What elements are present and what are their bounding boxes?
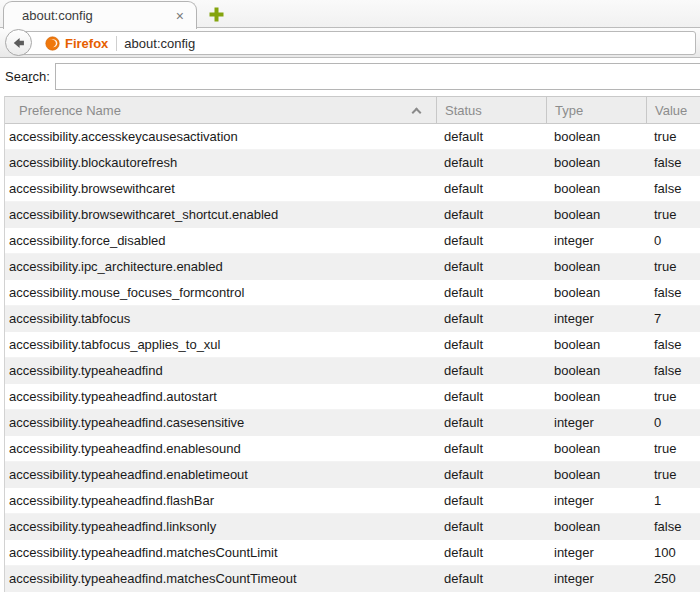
pref-status: default bbox=[436, 280, 546, 305]
pref-type: boolean bbox=[546, 436, 646, 461]
pref-name: accessibility.typeaheadfind.matchesCount… bbox=[5, 566, 436, 592]
pref-type: integer bbox=[546, 566, 646, 592]
pref-value: true bbox=[646, 254, 700, 280]
table-row[interactable]: accessibility.typeaheadfinddefaultboolea… bbox=[5, 358, 700, 384]
column-header-status[interactable]: Status bbox=[436, 97, 546, 123]
pref-value: true bbox=[646, 124, 700, 149]
pref-status: default bbox=[436, 202, 546, 228]
column-header-value[interactable]: Value bbox=[646, 97, 700, 123]
site-identity-button[interactable]: Firefox bbox=[39, 36, 114, 51]
column-header-preference-name[interactable]: Preference Name bbox=[5, 97, 436, 123]
pref-name: accessibility.tabfocus bbox=[5, 306, 436, 332]
pref-name: accessibility.tabfocus_applies_to_xul bbox=[5, 332, 436, 357]
pref-name: accessibility.typeaheadfind.linksonly bbox=[5, 514, 436, 540]
pref-name: accessibility.blockautorefresh bbox=[5, 150, 436, 176]
back-button[interactable] bbox=[5, 29, 32, 56]
pref-status: default bbox=[436, 150, 546, 176]
pref-value: 0 bbox=[646, 410, 700, 436]
table-header: Preference Name Status Type Value bbox=[5, 96, 700, 124]
pref-value: 0 bbox=[646, 228, 700, 253]
tab-title: about:config bbox=[22, 8, 174, 23]
urlbar-divider bbox=[116, 36, 117, 51]
pref-value: 100 bbox=[646, 540, 700, 565]
pref-name: accessibility.typeaheadfind.flashBar bbox=[5, 488, 436, 513]
pref-status: default bbox=[436, 306, 546, 332]
pref-status: default bbox=[436, 228, 546, 253]
table-row[interactable]: accessibility.browsewithcaret_shortcut.e… bbox=[5, 202, 700, 228]
pref-value: false bbox=[646, 176, 700, 201]
pref-type: boolean bbox=[546, 176, 646, 201]
pref-type: boolean bbox=[546, 150, 646, 176]
table-row[interactable]: accessibility.mouse_focuses_formcontrold… bbox=[5, 280, 700, 306]
table-row[interactable]: accessibility.blockautorefreshdefaultboo… bbox=[5, 150, 700, 176]
table-row[interactable]: accessibility.typeaheadfind.autostartdef… bbox=[5, 384, 700, 410]
pref-name: accessibility.typeaheadfind.enablesound bbox=[5, 436, 436, 461]
pref-value: false bbox=[646, 280, 700, 305]
pref-type: boolean bbox=[546, 202, 646, 228]
pref-type: integer bbox=[546, 228, 646, 253]
pref-status: default bbox=[436, 332, 546, 357]
pref-status: default bbox=[436, 410, 546, 436]
pref-value: true bbox=[646, 384, 700, 409]
pref-type: boolean bbox=[546, 462, 646, 488]
tab-bar: about:config × bbox=[0, 0, 700, 28]
pref-value: true bbox=[646, 202, 700, 228]
table-row[interactable]: accessibility.typeaheadfind.matchesCount… bbox=[5, 566, 700, 592]
pref-status: default bbox=[436, 176, 546, 201]
search-input[interactable] bbox=[55, 63, 700, 90]
back-arrow-icon bbox=[11, 35, 27, 51]
pref-status: default bbox=[436, 124, 546, 149]
table-row[interactable]: accessibility.force_disableddefaultinteg… bbox=[5, 228, 700, 254]
pref-name: accessibility.typeaheadfind.matchesCount… bbox=[5, 540, 436, 565]
column-header-type[interactable]: Type bbox=[546, 97, 646, 123]
tab-about-config[interactable]: about:config × bbox=[3, 1, 197, 29]
pref-type: boolean bbox=[546, 280, 646, 305]
pref-type: boolean bbox=[546, 358, 646, 384]
pref-name: accessibility.typeaheadfind.enabletimeou… bbox=[5, 462, 436, 488]
pref-type: boolean bbox=[546, 124, 646, 149]
table-row[interactable]: accessibility.typeaheadfind.enabletimeou… bbox=[5, 462, 700, 488]
firefox-icon bbox=[45, 36, 60, 51]
pref-value: false bbox=[646, 150, 700, 176]
table-row[interactable]: accessibility.tabfocus_applies_to_xuldef… bbox=[5, 332, 700, 358]
pref-name: accessibility.ipc_architecture.enabled bbox=[5, 254, 436, 280]
pref-type: boolean bbox=[546, 514, 646, 540]
table-row[interactable]: accessibility.typeaheadfind.enablesoundd… bbox=[5, 436, 700, 462]
pref-value: false bbox=[646, 514, 700, 540]
navigation-toolbar: Firefox about:config bbox=[0, 28, 700, 58]
table-row[interactable]: accessibility.typeaheadfind.casesensitiv… bbox=[5, 410, 700, 436]
table-body: accessibility.accesskeycausesactivationd… bbox=[5, 124, 700, 592]
pref-type: integer bbox=[546, 488, 646, 513]
pref-name: accessibility.accesskeycausesactivation bbox=[5, 124, 436, 149]
pref-status: default bbox=[436, 488, 546, 513]
tab-close-icon[interactable]: × bbox=[174, 9, 186, 23]
table-row[interactable]: accessibility.tabfocusdefaultinteger7 bbox=[5, 306, 700, 332]
pref-name: accessibility.browsewithcaret bbox=[5, 176, 436, 201]
pref-value: true bbox=[646, 436, 700, 461]
pref-value: true bbox=[646, 462, 700, 488]
pref-type: integer bbox=[546, 540, 646, 565]
pref-type: boolean bbox=[546, 254, 646, 280]
pref-status: default bbox=[436, 384, 546, 409]
table-row[interactable]: accessibility.ipc_architecture.enabledde… bbox=[5, 254, 700, 280]
sort-ascending-icon bbox=[412, 108, 422, 118]
table-row[interactable]: accessibility.typeaheadfind.flashBardefa… bbox=[5, 488, 700, 514]
table-row[interactable]: accessibility.typeaheadfind.linksonlydef… bbox=[5, 514, 700, 540]
search-label: Search: bbox=[5, 69, 50, 84]
table-row[interactable]: accessibility.browsewithcaretdefaultbool… bbox=[5, 176, 700, 202]
new-tab-button[interactable] bbox=[203, 4, 229, 25]
location-bar[interactable]: Firefox about:config bbox=[18, 31, 696, 55]
pref-value: 250 bbox=[646, 566, 700, 592]
url-text[interactable]: about:config bbox=[124, 36, 195, 51]
pref-type: boolean bbox=[546, 384, 646, 409]
pref-name: accessibility.typeaheadfind.casesensitiv… bbox=[5, 410, 436, 436]
pref-status: default bbox=[436, 462, 546, 488]
plus-icon bbox=[208, 6, 225, 23]
pref-type: boolean bbox=[546, 332, 646, 357]
table-row[interactable]: accessibility.typeaheadfind.matchesCount… bbox=[5, 540, 700, 566]
pref-type: integer bbox=[546, 306, 646, 332]
pref-name: accessibility.browsewithcaret_shortcut.e… bbox=[5, 202, 436, 228]
pref-status: default bbox=[436, 254, 546, 280]
table-row[interactable]: accessibility.accesskeycausesactivationd… bbox=[5, 124, 700, 150]
pref-name: accessibility.typeaheadfind bbox=[5, 358, 436, 384]
